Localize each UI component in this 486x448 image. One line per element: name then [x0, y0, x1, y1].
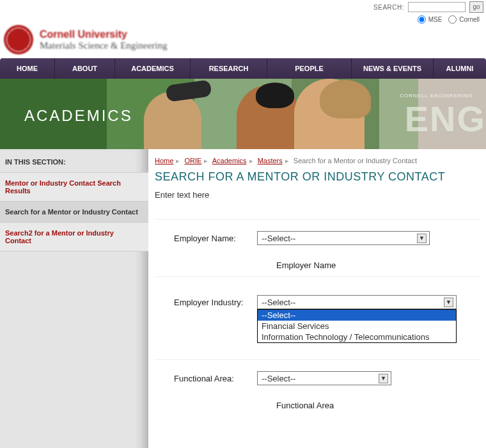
main-content: Home▸ ORIE▸ Academics▸ Masters▸ Search f…	[148, 149, 486, 448]
helper-functional-area: Functional Area	[155, 397, 481, 417]
chevron-down-icon: ▼	[417, 234, 427, 243]
label-employer-industry: Employer Industry:	[155, 298, 257, 307]
select-employer-industry[interactable]: --Select-- ▼	[257, 295, 457, 309]
top-search-bar: SEARCH: go	[0, 0, 486, 15]
select-functional-area-value: --Select--	[262, 374, 295, 383]
row-employer-name: Employer Name: --Select-- ▼	[155, 219, 481, 257]
crumb-academics[interactable]: Academics	[212, 157, 247, 164]
sidebar-item-results[interactable]: Mentor or Industry Contact Search Result…	[0, 172, 148, 201]
dropdown-employer-industry: --Select-- Financial Services Informatio…	[257, 309, 457, 343]
nav-alumni[interactable]: ALUMNI	[434, 58, 486, 79]
nav-academics[interactable]: ACADEMICS	[115, 58, 191, 79]
page-intro: Enter text here	[155, 184, 481, 219]
scope-label-mse: MSE	[428, 16, 443, 23]
nav-home[interactable]: HOME	[0, 58, 55, 79]
select-functional-area[interactable]: --Select-- ▼	[257, 371, 391, 385]
row-functional-area: Functional Area: --Select-- ▼	[155, 359, 481, 397]
crumb-masters[interactable]: Masters	[258, 157, 283, 164]
identity-strip: Cornell University Materials Science & E…	[0, 25, 486, 58]
page-title: SEARCH FOR A MENTOR OR INDUSTRY CONTACT	[155, 170, 481, 184]
dropdown-option[interactable]: Information Technology / Telecommunicati…	[258, 332, 456, 342]
crumb-orie[interactable]: ORIE	[184, 157, 201, 164]
department-name: Materials Science & Engineering	[40, 40, 168, 51]
university-name: Cornell University	[40, 29, 168, 40]
nav-news[interactable]: NEWS & EVENTS	[352, 58, 434, 79]
university-seal-icon	[4, 25, 33, 54]
crumb-current: Search for a Mentor or Industry Contact	[294, 157, 417, 164]
search-go-button[interactable]: go	[469, 1, 483, 13]
breadcrumb: Home▸ ORIE▸ Academics▸ Masters▸ Search f…	[155, 156, 481, 170]
sidebar-heading: IN THIS SECTION:	[0, 149, 148, 172]
label-employer-name: Employer Name:	[155, 234, 257, 243]
main-nav: HOME ABOUT ACADEMICS RESEARCH PEOPLE NEW…	[0, 58, 486, 79]
scope-radio-cornell[interactable]	[448, 15, 457, 24]
chevron-down-icon: ▼	[379, 374, 388, 383]
page-banner: ACADEMICS CORNELL ENGINEERING ENG	[0, 79, 486, 149]
scope-label-cornell: Cornell	[459, 16, 480, 23]
select-employer-name[interactable]: --Select-- ▼	[257, 231, 430, 245]
search-label: SEARCH:	[373, 4, 404, 11]
banner-eng: ENG	[405, 98, 486, 140]
chevron-down-icon: ▼	[444, 298, 453, 307]
helper-employer-name: Employer Name	[155, 257, 481, 277]
row-employer-industry: Employer Industry: --Select-- ▼ --Select…	[155, 277, 481, 321]
label-functional-area: Functional Area:	[155, 374, 257, 383]
crumb-home[interactable]: Home	[155, 157, 173, 164]
sidebar: IN THIS SECTION: Mentor or Industry Cont…	[0, 149, 148, 448]
search-input[interactable]	[408, 2, 466, 12]
dropdown-option[interactable]: --Select--	[258, 310, 456, 321]
select-employer-industry-value: --Select--	[262, 298, 295, 307]
sidebar-item-search[interactable]: Search for a Mentor or Industry Contact	[0, 201, 148, 222]
nav-people[interactable]: PEOPLE	[267, 58, 352, 79]
sidebar-item-search2[interactable]: Search2 for a Mentor or Industry Contact	[0, 222, 148, 252]
nav-about[interactable]: ABOUT	[55, 58, 115, 79]
dropdown-option[interactable]: Financial Services	[258, 321, 456, 332]
select-employer-name-value: --Select--	[262, 234, 295, 243]
banner-title: ACADEMICS	[24, 107, 133, 125]
nav-research[interactable]: RESEARCH	[191, 58, 267, 79]
scope-radio-mse[interactable]	[418, 15, 426, 24]
